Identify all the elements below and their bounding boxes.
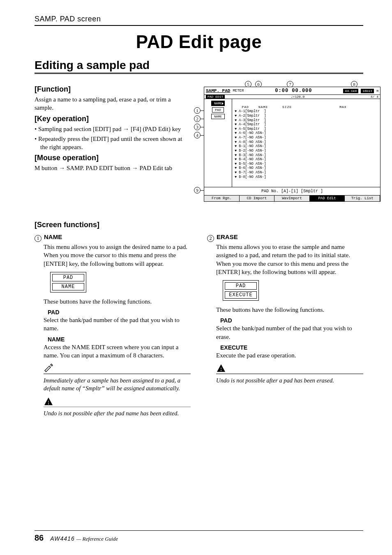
section-title: Editing a sample pad [35,59,363,72]
key-op-heading: [Key operation] [35,115,187,123]
tab-trig-list[interactable]: Trig. List [345,196,380,201]
breadcrumb: SAMP. PAD screen [35,15,101,23]
page-number: 86 [35,533,44,543]
name-button[interactable]: NAME [52,283,84,290]
item2-intro: This menu allows you to erase the sample… [216,243,363,276]
execute-button[interactable]: EXECUTE [225,291,257,299]
tip-text: Immediately after a sample has been assi… [44,377,191,393]
item1-intro: This menu allows you to assign the desir… [44,243,191,268]
warning-icon [216,364,227,373]
item2-button-box: PAD EXECUTE [216,280,265,301]
sidebar: NAME PAD NAME [204,99,232,187]
page-header: SAMP. PAD screen [35,15,363,26]
name-menu-button[interactable]: NAME [211,101,225,106]
item1-pad-body: Select the bank/pad number of the pad th… [44,316,191,333]
key-op-item: Sampling pad section [EDIT] pad → [F4] (… [35,125,187,133]
screen-functions-heading: [Screen functions] [35,221,363,229]
tab-cd-import[interactable]: CD Import [240,196,275,201]
tab-bar: From Rgn. CD Import WavImport PAD Edit T… [204,195,380,201]
item1-name-head: NAME [48,336,191,343]
pencil-icon [44,364,54,373]
tip-block: Immediately after a sample has been assi… [44,364,191,393]
timesig: 4/ 4 [371,95,378,99]
app-name: SAMP. PAD [206,88,230,93]
screenshot-titlebar: SAMP. PAD METER 0:00 00.000 44.1kH 16bit… [204,87,380,95]
item1-name-body: Access the NAME EDIT screen where you ca… [44,343,191,360]
item1-caption: These buttons have the following functio… [44,297,191,306]
status-bar: PAD No. [A]-[1] [Smpltr ] [204,187,380,195]
pad-list: PAD NAME SIZE MAX ♥ A-1[Smpltr ] ♥ A-2[S… [232,99,380,187]
mouse-op-heading: [Mouse operation] [35,154,187,162]
name-button[interactable]: NAME [211,114,225,119]
warn-text: Undo is not possible after the pad name … [44,410,191,418]
tab-from-rgn[interactable]: From Rgn. [204,196,240,201]
callout: 2 [194,115,201,122]
pad-button[interactable]: PAD [212,107,224,113]
col-left: 1NAME This menu allows you to assign the… [35,233,191,418]
warn-text: Undo is not possible after a pad has bee… [216,377,363,385]
callout: 9 [194,187,201,193]
item2-exec-head: EXECUTE [220,344,363,351]
mouse-op-body: M button → SAMP. PAD EDIT button → PAD E… [35,164,187,173]
item2-pad-body: Select the bank/pad number of the pad th… [216,324,363,341]
item2-caption: These buttons have the following functio… [216,306,363,314]
function-heading: [Function] [35,85,187,94]
reference-label: — Reference Guide [76,536,118,542]
page-title: PAD Edit page [35,32,363,52]
key-op-item: Repeatedly press the [EDIT] pad until th… [35,135,187,152]
subapp-name: PAD EDIT [206,95,225,99]
item1-button-box: PAD NAME [44,272,93,292]
screenshot: SAMP. PAD METER 0:00 00.000 44.1kH 16bit… [204,87,380,202]
warn-block: Undo is not possible after the pad name … [44,397,191,418]
product-name: AW4416 [50,535,74,542]
key-op-list: Sampling pad section [EDIT] pad → [F4] (… [35,125,187,152]
time-counter: 0:00 00.000 [246,88,341,94]
m-icon: M [376,89,378,93]
callout-number: 2 [207,235,214,242]
tab-wavimport[interactable]: WavImport [274,196,310,201]
samplerate-chip: 44.1kH [343,89,358,93]
meter-label: METER [233,89,244,93]
item2-pad-head: PAD [220,317,363,324]
warning-icon [44,397,54,407]
screenshot-wrap: 5 6 7 8 1 2 3 4 9 SAMP. PAD METER 0:00 0… [196,83,380,202]
item1-title: 1NAME [35,233,191,242]
pad-button[interactable]: PAD [225,282,257,290]
tempo: ♩=120.0 [291,95,305,99]
function-body: Assign a name to a sampling pad, erase a… [35,95,187,112]
item2-title: 2ERASE [207,233,363,242]
warn-block: Undo is not possible after a pad has bee… [216,364,363,385]
callout: 4 [194,132,201,138]
bits-chip: 16bit [361,89,374,93]
tab-pad-edit[interactable]: PAD Edit [310,196,345,201]
item2-exec-body: Execute the pad erase operation. [216,351,363,359]
item1-pad-head: PAD [48,309,191,315]
page-footer: 86 AW4416 — Reference Guide [35,530,363,543]
callout: 1 [194,107,201,114]
callout-number: 1 [35,235,42,242]
pad-button[interactable]: PAD [52,274,84,281]
col-right: 2ERASE This menu allows you to erase the… [207,233,363,418]
rule [35,73,363,74]
callout: 3 [194,124,201,130]
